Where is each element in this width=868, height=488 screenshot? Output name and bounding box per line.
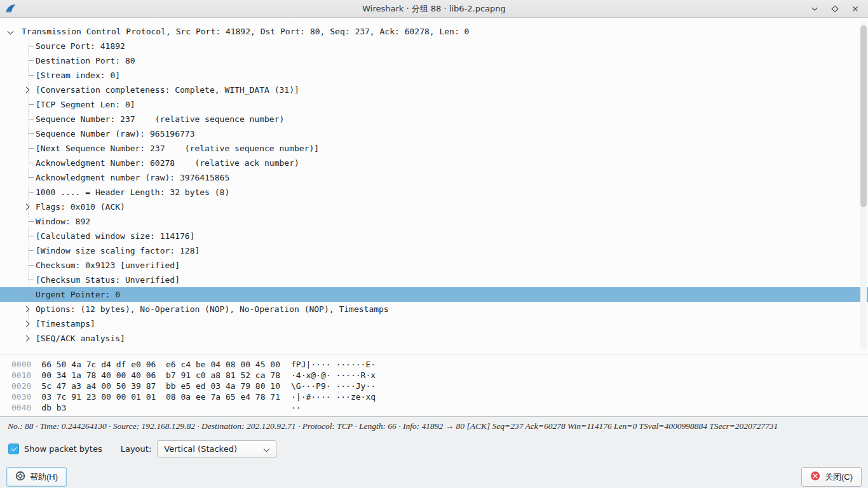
tree-item[interactable]: [TCP Segment Len: 0]	[0, 97, 868, 112]
chevron-down-icon	[264, 446, 270, 452]
tree-item-label: Flags: 0x010 (ACK)	[36, 202, 125, 212]
hex-ascii: ··	[291, 403, 301, 412]
checkmark-icon	[11, 445, 17, 451]
dialog-footer: No.: 88 · Time: 0.244264130 · Source: 19…	[0, 417, 868, 488]
tree-item-label: Sequence Number: 237 (relative sequence …	[36, 114, 284, 124]
tree-item-label: [Timestamps]	[36, 319, 95, 329]
tree-item-label: Options: (12 bytes), No-Operation (NOP),…	[36, 304, 389, 314]
tree-item-label: Transmission Control Protocol, Src Port:…	[22, 27, 469, 36]
hex-bytes: 03 7c 91 23 00 00 01 01 08 0a ee 7a 65 e…	[41, 391, 280, 402]
layout-select-value: Vertical (Stacked)	[164, 444, 237, 454]
tree-item-label: Window: 892	[36, 217, 90, 226]
tree-item-label: [Conversation completeness: Complete, WI…	[36, 85, 299, 95]
expand-chevron-icon[interactable]	[24, 306, 30, 313]
close-button-label: 关闭(C)	[825, 471, 853, 483]
tree-item-label: [SEQ/ACK analysis]	[36, 334, 125, 343]
hex-offset: 0030	[0, 392, 31, 402]
tree-item-label: Destination Port: 80	[36, 56, 135, 65]
tree-item-label: Checksum: 0x9123 [unverified]	[36, 261, 180, 270]
show-packet-bytes-checkbox[interactable]	[8, 444, 19, 454]
tree-item[interactable]: [Timestamps]	[0, 316, 868, 331]
hex-bytes: 00 34 1a 78 40 00 40 06 b7 91 c0 a8 81 5…	[41, 370, 280, 381]
close-button[interactable]: 关闭(C)	[801, 467, 862, 487]
tree-item[interactable]: Flags: 0x010 (ACK)	[0, 200, 868, 214]
tree-item[interactable]: Sequence Number (raw): 965196773	[0, 126, 868, 141]
titlebar: Wireshark · 分组 88 · lib6-2.pcapng	[0, 0, 868, 18]
maximize-button[interactable]	[830, 4, 840, 14]
hex-offset: 0010	[0, 370, 31, 380]
hex-bytes: 66 50 4a 7c d4 df e0 06 e6 c4 be 04 08 0…	[41, 359, 280, 370]
packet-detail-dialog: Wireshark · 分组 88 · lib6-2.pcapng Transm…	[0, 0, 868, 488]
tree-item-label: Source Port: 41892	[36, 41, 125, 51]
expand-chevron-icon[interactable]	[24, 204, 30, 210]
expand-chevron-icon[interactable]	[24, 321, 30, 327]
show-packet-bytes-label[interactable]: Show packet bytes	[24, 444, 102, 454]
minimize-button[interactable]	[810, 4, 820, 14]
packet-bytes-pane[interactable]: 000066 50 4a 7c d4 df e0 06 e6 c4 be 04 …	[0, 354, 868, 417]
tree-item[interactable]: Checksum: 0x9123 [unverified]	[0, 258, 868, 273]
tree-item[interactable]: Sequence Number: 237 (relative sequence …	[0, 112, 868, 126]
tree-item[interactable]: Urgent Pointer: 0	[0, 287, 868, 302]
packet-summary-line: No.: 88 · Time: 0.244264130 · Source: 19…	[0, 421, 868, 434]
hex-row[interactable]: 0040db b3··	[0, 402, 868, 413]
tree-item[interactable]: 1000 .... = Header Length: 32 bytes (8)	[0, 185, 868, 200]
hex-row[interactable]: 000066 50 4a 7c d4 df e0 06 e6 c4 be 04 …	[0, 359, 868, 370]
tree-item[interactable]: [Calculated window size: 114176]	[0, 229, 868, 243]
tree-item[interactable]: Acknowledgment Number: 60278 (relative a…	[0, 156, 868, 170]
tree-item-label: [TCP Segment Len: 0]	[36, 100, 135, 109]
tree-item[interactable]: [Conversation completeness: Complete, WI…	[0, 83, 868, 97]
expand-chevron-icon[interactable]	[24, 87, 30, 93]
hex-ascii: ·|·#···· ···ze·xq	[291, 392, 376, 402]
tree-item-label: [Calculated window size: 114176]	[36, 231, 194, 241]
tree-item-label: [Checksum Status: Unverified]	[36, 275, 180, 285]
hex-ascii: ·4·x@·@· ·····R·x	[291, 370, 376, 380]
tree-item[interactable]: Destination Port: 80	[0, 53, 868, 68]
hex-ascii: \G···P9· ····Jy··	[291, 381, 376, 391]
hex-offset: 0020	[0, 381, 31, 391]
tree-item-label: Urgent Pointer: 0	[36, 290, 120, 299]
tree-item[interactable]: Options: (12 bytes), No-Operation (NOP),…	[0, 302, 868, 316]
packet-detail-pane: Transmission Control Protocol, Src Port:…	[0, 18, 868, 354]
tree-item-label: Acknowledgment number (raw): 3976415865	[36, 173, 229, 182]
tree-item-label: Sequence Number (raw): 965196773	[36, 129, 194, 139]
hex-offset: 0000	[0, 360, 31, 369]
collapse-chevron-icon[interactable]	[8, 29, 14, 35]
tree-item[interactable]: [Next Sequence Number: 237 (relative seq…	[0, 141, 868, 156]
scrollbar-thumb[interactable]	[860, 25, 867, 207]
hex-ascii: fPJ|···· ······E·	[291, 360, 376, 369]
window-title: Wireshark · 分组 88 · lib6-2.pcapng	[0, 0, 868, 18]
help-icon	[15, 471, 25, 483]
hex-offset: 0040	[0, 403, 31, 412]
tree-item[interactable]: [Stream index: 0]	[0, 68, 868, 83]
tree-item[interactable]: [Checksum Status: Unverified]	[0, 273, 868, 287]
tree-item[interactable]: Source Port: 41892	[0, 39, 868, 53]
close-icon	[810, 471, 820, 483]
expand-chevron-icon[interactable]	[24, 336, 30, 342]
help-button-label: 帮助(H)	[30, 471, 58, 483]
tree-item[interactable]: [Window size scaling factor: 128]	[0, 243, 868, 258]
hex-bytes: db b3	[41, 402, 280, 413]
hex-row[interactable]: 00205c 47 a3 a4 00 50 39 87 bb e5 ed 03 …	[0, 381, 868, 391]
tree-item-label: [Next Sequence Number: 237 (relative seq…	[36, 144, 319, 153]
vertical-scrollbar[interactable]	[860, 22, 867, 350]
hex-row[interactable]: 001000 34 1a 78 40 00 40 06 b7 91 c0 a8 …	[0, 370, 868, 381]
tree-item-label: 1000 .... = Header Length: 32 bytes (8)	[36, 187, 229, 197]
hex-row[interactable]: 003003 7c 91 23 00 00 01 01 08 0a ee 7a …	[0, 391, 868, 402]
tree-item[interactable]: Acknowledgment number (raw): 3976415865	[0, 170, 868, 185]
tree-item-label: [Stream index: 0]	[36, 71, 120, 80]
tree-item-label: [Window size scaling factor: 128]	[36, 246, 200, 255]
help-button[interactable]: 帮助(H)	[6, 467, 67, 487]
tree-item[interactable]: Window: 892	[0, 214, 868, 229]
close-window-button[interactable]	[850, 4, 860, 14]
hex-bytes: 5c 47 a3 a4 00 50 39 87 bb e5 ed 03 4a 7…	[41, 381, 280, 391]
layout-select[interactable]: Vertical (Stacked)	[157, 440, 276, 458]
layout-label: Layout:	[121, 444, 152, 454]
tree-item-tcp-root[interactable]: Transmission Control Protocol, Src Port:…	[0, 24, 868, 39]
tree-item[interactable]: [SEQ/ACK analysis]	[0, 331, 868, 346]
tree-item-label: Acknowledgment Number: 60278 (relative a…	[36, 158, 299, 168]
